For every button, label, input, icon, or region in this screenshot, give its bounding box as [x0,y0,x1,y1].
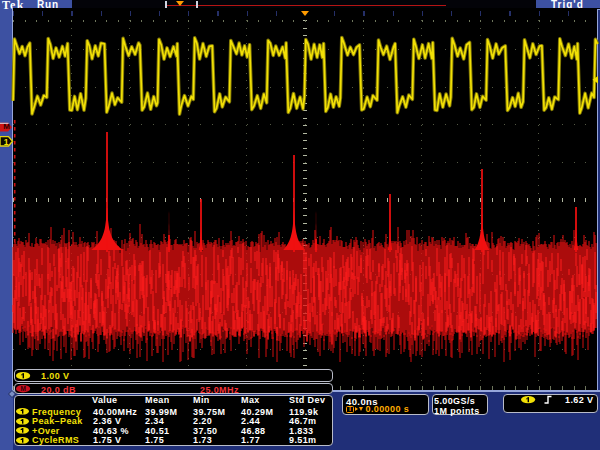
svg-text:M: M [20,385,25,392]
